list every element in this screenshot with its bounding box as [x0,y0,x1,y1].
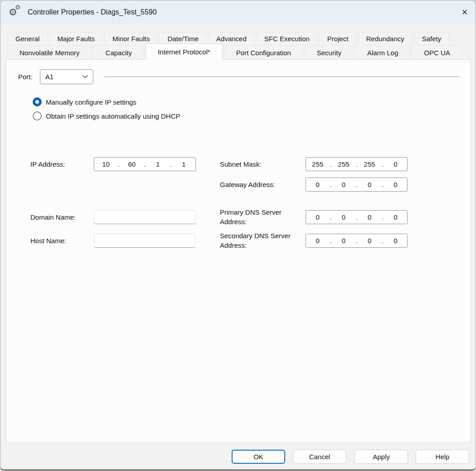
radio-unselected-icon[interactable] [33,111,42,120]
octet[interactable]: 0 [332,181,355,188]
apply-button[interactable]: Apply [355,450,408,464]
octet[interactable]: 0 [306,181,329,188]
divider-line [104,77,460,77]
cancel-button[interactable]: Cancel [293,450,346,464]
ip-address-label: IP Address: [30,157,65,171]
tab-alarm-log[interactable]: Alarm Log [355,45,410,59]
tab-internet-protocol[interactable]: Internet Protocol* [146,43,223,60]
octet[interactable]: 0 [358,181,381,188]
tab-redundancy[interactable]: Redundancy [358,32,413,45]
tab-nonvolatile-memory[interactable]: Nonvolatile Memory [7,45,92,59]
dialog-footer: OK Cancel Apply Help [0,443,476,469]
tab-opc-ua[interactable]: OPC UA [412,45,462,59]
octet[interactable]: 0 [358,213,381,221]
tab-advanced[interactable]: Advanced [208,32,255,45]
ip-address-field[interactable]: 10 . 60 . 1 . 1 [94,157,196,171]
subnet-mask-field[interactable]: 255 . 255 . 255 . 0 [306,157,408,171]
gears-icon: ⚙ ⚙ [9,5,24,19]
primary-dns-field[interactable]: 0 . 0 . 0 . 0 [306,210,408,224]
tab-security[interactable]: Security [305,45,354,59]
radio-dhcp-label: Obtain IP settings automatically using D… [46,112,180,120]
gateway-address-label: Gateway Address: [220,178,275,192]
octet[interactable]: 0 [384,181,407,188]
tab-safety[interactable]: Safety [414,32,450,45]
port-dropdown-value: A1 [45,73,83,81]
radio-selected-icon[interactable] [33,97,42,106]
octet[interactable]: 0 [384,237,407,245]
octet[interactable]: 255 [332,160,355,168]
octet[interactable]: 0 [384,160,407,168]
octet[interactable]: 255 [358,160,381,168]
tab-major-faults[interactable]: Major Faults [49,32,103,45]
domain-name-label: Domain Name: [30,210,76,224]
help-button[interactable]: Help [416,450,469,464]
titlebar: ⚙ ⚙ Controller Properties - Diags_Test_5… [0,0,476,24]
tab-capacity[interactable]: Capacity [93,45,144,59]
tab-row-2: Nonvolatile Memory Capacity Internet Pro… [7,45,464,59]
close-icon[interactable]: ✕ [454,0,476,24]
internet-protocol-panel: Port: A1 Manually configure IP settings … [6,59,471,443]
host-name-input[interactable] [94,234,196,248]
gateway-address-field[interactable]: 0 . 0 . 0 . 0 [306,178,408,192]
octet[interactable]: 1 [172,160,195,168]
radio-dhcp[interactable]: Obtain IP settings automatically using D… [33,111,180,121]
octet[interactable]: 0 [332,213,355,221]
controller-properties-dialog: ⚙ ⚙ Controller Properties - Diags_Test_5… [0,0,476,471]
primary-dns-label: Primary DNS Server Address: [220,207,304,226]
octet[interactable]: 60 [120,160,143,168]
port-row: Port: A1 [18,69,460,84]
tab-port-configuration[interactable]: Port Configuration [224,45,303,59]
host-name-label: Host Name: [30,234,66,248]
octet[interactable]: 0 [384,213,407,221]
tab-project[interactable]: Project [319,32,357,45]
domain-name-input[interactable] [94,210,196,224]
tab-date-time[interactable]: Date/Time [159,32,207,45]
tab-minor-faults[interactable]: Minor Faults [104,32,158,45]
tab-sfc-execution[interactable]: SFC Execution [256,32,318,45]
secondary-dns-label: Secondary DNS Server Address: [220,231,304,250]
secondary-dns-field[interactable]: 0 . 0 . 0 . 0 [306,234,408,248]
tab-general[interactable]: General [7,32,48,45]
octet[interactable]: 0 [358,237,381,245]
octet[interactable]: 255 [306,160,329,168]
radio-manual-ip-label: Manually configure IP settings [46,98,136,106]
octet[interactable]: 0 [332,237,355,245]
port-label: Port: [18,73,33,81]
tab-row-1: General Major Faults Minor Faults Date/T… [7,32,451,45]
chevron-down-icon [83,75,88,78]
octet[interactable]: 0 [306,237,329,245]
port-dropdown[interactable]: A1 [40,69,93,84]
ok-button[interactable]: OK [232,450,285,464]
octet[interactable]: 10 [94,160,117,168]
subnet-mask-label: Subnet Mask: [220,157,262,171]
octet[interactable]: 1 [146,160,170,168]
window-title: Controller Properties - Diags_Test_5590 [28,8,157,16]
octet[interactable]: 0 [306,213,329,221]
radio-manual-ip[interactable]: Manually configure IP settings [33,97,136,107]
